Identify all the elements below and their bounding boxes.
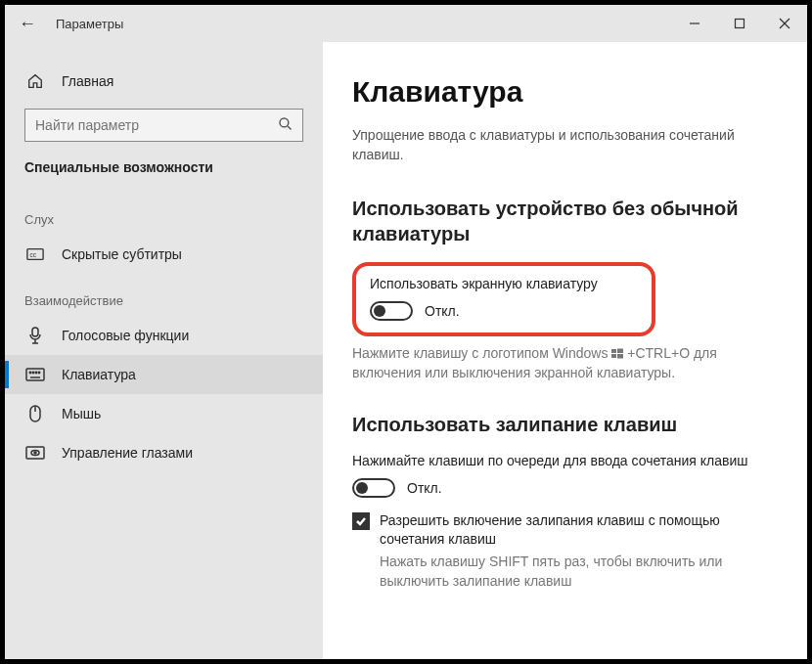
content: Клавиатура Упрощение ввода с клавиатуры … — [323, 42, 807, 659]
keyboard-icon — [24, 364, 46, 385]
minimize-button[interactable] — [672, 5, 717, 42]
sticky-toggle-state: Откл. — [407, 480, 442, 496]
section-sticky: Использовать залипание клавиш — [352, 412, 763, 437]
svg-point-14 — [38, 372, 39, 373]
svg-point-13 — [35, 372, 36, 373]
titlebar: ← Параметры — [5, 5, 807, 42]
maximize-button[interactable] — [717, 5, 762, 42]
nav-eye-label: Управление глазами — [62, 445, 193, 461]
page-title: Клавиатура — [352, 75, 768, 109]
svg-text:cc: cc — [30, 251, 36, 258]
page-desc: Упрощение ввода с клавиатуры и использов… — [352, 126, 763, 164]
nav-speech[interactable]: Голосовые функции — [5, 316, 323, 355]
captions-icon: cc — [24, 243, 46, 265]
svg-rect-20 — [611, 349, 616, 353]
svg-rect-22 — [611, 354, 616, 358]
nav-keyboard[interactable]: Клавиатура — [5, 355, 323, 394]
sticky-label: Нажимайте клавиши по очереди для ввода с… — [352, 453, 768, 468]
back-button[interactable]: ← — [19, 14, 36, 34]
sticky-shortcut-checkbox[interactable] — [352, 512, 370, 530]
sticky-shortcut-row: Разрешить включение залипания клавиш с п… — [352, 511, 768, 549]
sticky-shortcut-label: Разрешить включение залипания клавиш с п… — [380, 511, 768, 549]
window-title: Параметры — [56, 17, 123, 31]
maximize-icon — [734, 18, 745, 29]
mouse-icon — [24, 403, 46, 424]
svg-point-11 — [29, 372, 30, 373]
sidebar-area-label: Специальные возможности — [5, 152, 323, 193]
osk-toggle-state: Откл. — [425, 303, 460, 319]
svg-point-19 — [34, 452, 36, 454]
nav-keyboard-label: Клавиатура — [62, 367, 136, 382]
osk-toggle-row: Откл. — [370, 301, 638, 321]
osk-callout: Использовать экранную клавиатуру Откл. — [352, 262, 655, 336]
svg-line-5 — [288, 126, 292, 130]
search-icon — [278, 116, 293, 136]
group-interaction: Взаимодействие — [5, 274, 323, 316]
windows-logo-icon — [611, 348, 623, 360]
sticky-hint: Нажать клавишу SHIFT пять раз, чтобы вкл… — [352, 553, 763, 591]
home-icon — [24, 70, 46, 92]
osk-hint-pre: Нажмите клавишу с логотипом Windows — [352, 345, 611, 361]
svg-rect-9 — [26, 369, 44, 380]
nav-home-label: Главная — [62, 73, 113, 89]
minimize-icon — [689, 18, 700, 29]
section-osk: Использовать устройство без обычной клав… — [352, 196, 763, 246]
group-hearing: Слух — [5, 193, 323, 235]
window-body: Главная Специальные возможности Слух cc … — [5, 42, 807, 659]
svg-rect-8 — [32, 328, 38, 336]
svg-point-4 — [280, 118, 289, 127]
close-icon — [779, 18, 790, 29]
nav-mouse-label: Мышь — [62, 406, 101, 421]
microphone-icon — [24, 325, 46, 346]
osk-hint: Нажмите клавишу с логотипом Windows +CTR… — [352, 344, 763, 382]
sticky-toggle[interactable] — [352, 478, 395, 498]
nav-captions-label: Скрытые субтитры — [62, 246, 182, 262]
close-button[interactable] — [762, 5, 807, 42]
nav-eye-control[interactable]: Управление глазами — [5, 433, 323, 472]
svg-point-12 — [32, 372, 33, 373]
nav-speech-label: Голосовые функции — [62, 328, 189, 343]
sidebar: Главная Специальные возможности Слух cc … — [5, 42, 323, 659]
window-controls — [672, 5, 807, 42]
nav-home[interactable]: Главная — [5, 62, 323, 101]
nav-mouse[interactable]: Мышь — [5, 394, 323, 433]
search-wrap — [24, 109, 303, 142]
nav-captions[interactable]: cc Скрытые субтитры — [5, 235, 323, 274]
sticky-toggle-row: Откл. — [352, 478, 768, 498]
search-input[interactable] — [24, 109, 303, 142]
settings-window: ← Параметры Главная — [0, 0, 812, 664]
osk-toggle[interactable] — [370, 301, 413, 321]
eye-icon — [24, 442, 46, 464]
svg-rect-1 — [736, 20, 744, 28]
osk-label: Использовать экранную клавиатуру — [370, 276, 638, 291]
